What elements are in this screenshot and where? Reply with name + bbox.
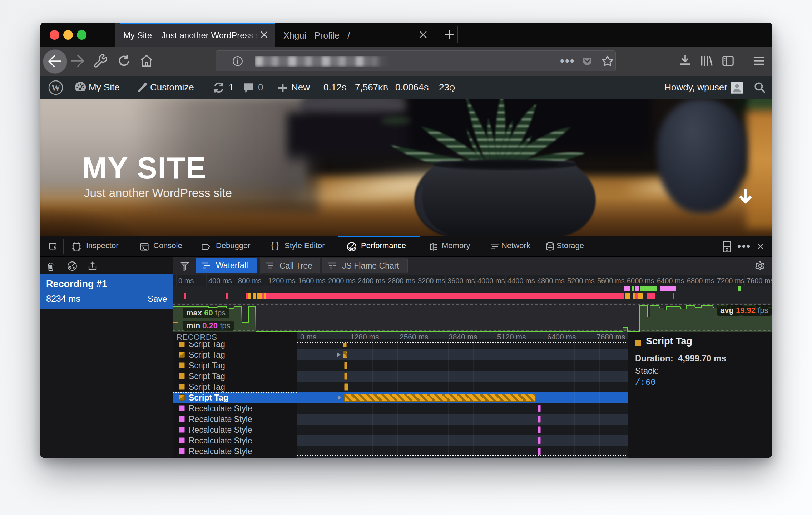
svg-text:W: W — [51, 83, 60, 93]
